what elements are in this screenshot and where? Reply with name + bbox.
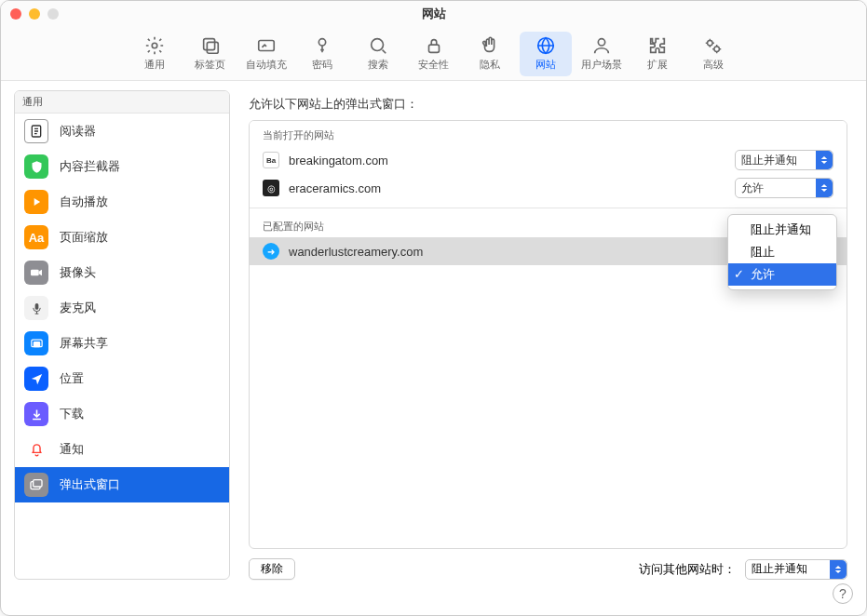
table-row[interactable]: ◎ eraceramics.com 允许 (250, 174, 847, 202)
sidebar-item-microphone[interactable]: 麦克风 (15, 290, 229, 326)
sidebar-header: 通用 (15, 91, 229, 114)
domain-label: breakingatom.com (289, 154, 735, 167)
bell-icon (24, 437, 48, 462)
svg-rect-2 (207, 42, 218, 53)
sidebar: 通用 阅读器 内容拦截器 (14, 90, 230, 580)
toolbar-security[interactable]: 安全性 (408, 32, 460, 76)
person-icon (591, 35, 612, 56)
currently-open-header: 当前打开的网站 (250, 121, 847, 146)
puzzle-icon (647, 35, 668, 56)
toolbar-extensions[interactable]: 扩展 (631, 32, 684, 76)
other-sites-label: 访问其他网站时： (639, 561, 736, 578)
play-icon (24, 190, 48, 214)
policy-select[interactable]: 允许 (735, 178, 833, 198)
dropdown-option[interactable]: ✓ 允许 (728, 263, 836, 286)
table-row[interactable]: Ba breakingatom.com 阻止并通知 (250, 146, 847, 174)
camera-icon (24, 261, 48, 285)
sidebar-item-notifications[interactable]: 通知 (15, 432, 229, 467)
svg-point-10 (713, 47, 719, 51)
toolbar-privacy[interactable]: 隐私 (464, 32, 516, 76)
help-button[interactable]: ? (833, 583, 853, 604)
favicon: Ba (263, 152, 279, 168)
tabs-icon (200, 35, 221, 56)
other-sites-select[interactable]: 阻止并通知 (745, 559, 847, 580)
toolbar: 通用 标签页 自动填充 密码 搜索 安全性 隐私 网站 (1, 27, 866, 81)
svg-point-9 (707, 41, 712, 47)
toolbar-tabs[interactable]: 标签页 (184, 32, 237, 76)
svg-point-8 (598, 39, 604, 46)
reader-icon (24, 119, 48, 143)
preferences-window: 网站 通用 标签页 自动填充 密码 搜索 安全性 隐私 (0, 0, 867, 616)
svg-point-4 (318, 39, 325, 46)
domain-label: wanderlustcreamery.com (289, 245, 735, 259)
sidebar-item-location[interactable]: 位置 (15, 361, 229, 396)
toolbar-advanced[interactable]: 高级 (687, 32, 739, 76)
sidebar-item-downloads[interactable]: 下载 (15, 396, 229, 432)
toolbar-search[interactable]: 搜索 (352, 32, 404, 76)
svg-point-0 (152, 43, 157, 48)
chevron-updown-icon (816, 179, 833, 197)
divider (250, 208, 847, 208)
sidebar-item-reader[interactable]: 阅读器 (15, 114, 229, 149)
hand-icon (480, 35, 500, 56)
sidebar-item-camera[interactable]: 摄像头 (15, 255, 229, 290)
toolbar-autofill[interactable]: 自动填充 (240, 32, 292, 76)
content: 通用 阅读器 内容拦截器 (1, 81, 866, 589)
chevron-updown-icon (816, 151, 833, 169)
gears-icon (703, 35, 724, 56)
globe-icon (535, 35, 556, 56)
main: 允许以下网站上的弹出式窗口： 当前打开的网站 Ba breakingatom.c… (230, 81, 866, 589)
svg-rect-17 (34, 480, 42, 487)
sidebar-item-screen-sharing[interactable]: 屏幕共享 (15, 326, 229, 361)
bottombar (1, 589, 866, 615)
toolbar-general[interactable]: 通用 (129, 32, 181, 76)
main-title: 允许以下网站上的弹出式窗口： (249, 96, 847, 113)
svg-rect-12 (31, 270, 39, 276)
download-icon (24, 402, 48, 426)
pencil-icon (256, 35, 277, 56)
zoom-icon: Aa (24, 225, 48, 249)
policy-select[interactable]: 阻止并通知 (735, 150, 833, 170)
domain-label: eraceramics.com (289, 181, 735, 195)
microphone-icon (24, 296, 48, 320)
dropdown-option[interactable]: 阻止并通知 (728, 219, 836, 241)
dropdown-option[interactable]: 阻止 (728, 241, 836, 263)
svg-rect-6 (428, 45, 439, 52)
favicon: ➜ (263, 243, 279, 260)
gear-icon (144, 35, 165, 56)
sidebar-item-page-zoom[interactable]: Aa 页面缩放 (15, 220, 229, 255)
shield-icon (24, 154, 48, 179)
search-icon (368, 35, 388, 56)
check-icon: ✓ (734, 267, 744, 281)
toolbar-passwords[interactable]: 密码 (296, 32, 348, 76)
policy-dropdown: 阻止并通知 阻止 ✓ 允许 (727, 214, 837, 290)
toolbar-profiles[interactable]: 用户场景 (576, 32, 628, 76)
screen-icon (24, 331, 48, 355)
titlebar: 网站 (1, 1, 866, 27)
popup-icon (24, 473, 48, 497)
chevron-updown-icon (830, 560, 847, 579)
svg-rect-15 (34, 341, 39, 346)
lock-icon (424, 35, 444, 56)
sites-panel: 当前打开的网站 Ba breakingatom.com 阻止并通知 ◎ erac… (249, 120, 847, 549)
key-icon (312, 35, 332, 56)
footer: 移除 访问其他网站时： 阻止并通知 (249, 549, 847, 580)
favicon: ◎ (263, 180, 279, 196)
window-title: 网站 (1, 6, 866, 22)
sidebar-item-autoplay[interactable]: 自动播放 (15, 184, 229, 220)
toolbar-websites[interactable]: 网站 (520, 32, 572, 76)
sidebar-item-popups[interactable]: 弹出式窗口 (15, 467, 229, 502)
sidebar-item-content-blockers[interactable]: 内容拦截器 (15, 149, 229, 184)
sidebar-list: 阅读器 内容拦截器 自动播放 Aa 页面缩放 (15, 114, 229, 579)
remove-button[interactable]: 移除 (249, 558, 295, 580)
location-icon (24, 367, 48, 391)
svg-rect-13 (34, 302, 38, 309)
svg-point-5 (371, 39, 383, 51)
svg-rect-1 (203, 39, 214, 50)
